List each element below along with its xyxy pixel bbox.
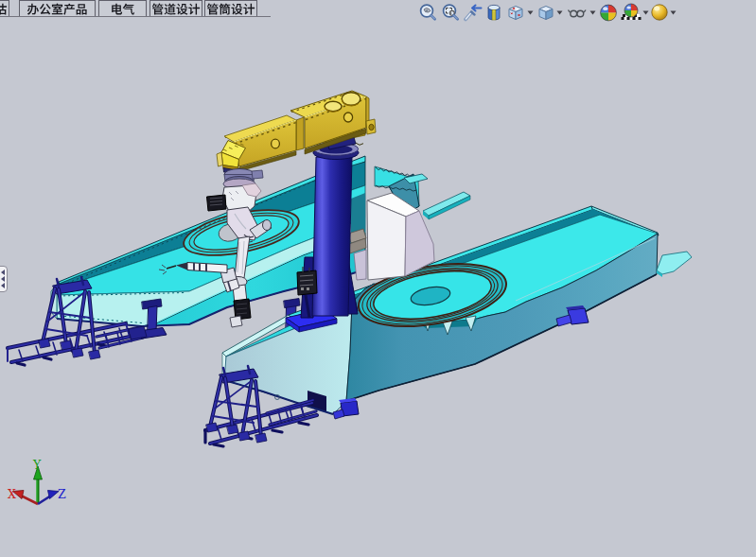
hide-show-items-dropdown-arrow[interactable] [589, 3, 597, 22]
toolbar-display-style-button[interactable] [536, 3, 564, 22]
edit-appearance-icon [599, 3, 618, 22]
zoom-to-fit-icon [418, 3, 437, 22]
triad-x-label: X [8, 487, 16, 501]
apply-scene-dropdown-arrow[interactable] [642, 3, 650, 22]
view-orientation-icon [505, 3, 526, 22]
solidworks-viewport: X Y Z [0, 0, 756, 557]
toolbar-zoom-to-fit-button[interactable] [418, 3, 437, 22]
headsup-toolbar [0, 0, 756, 25]
section-view-icon [484, 3, 503, 22]
toolbar-zoom-to-area-button[interactable] [441, 3, 460, 22]
display-style-dropdown-arrow[interactable] [555, 3, 564, 22]
zoom-to-area-icon [441, 3, 460, 22]
panel-expand-button[interactable] [0, 266, 8, 292]
triad-y-label: Y [32, 458, 42, 472]
collapse-arrow-icon [1, 270, 5, 275]
previous-view-icon [463, 3, 483, 22]
toolbar-view-settings-button[interactable] [650, 3, 677, 22]
collapse-arrow-icon [1, 276, 5, 282]
apply-scene-icon [621, 3, 642, 22]
view-settings-icon [650, 3, 669, 22]
view-settings-dropdown-arrow[interactable] [669, 3, 677, 22]
toolbar-section-view-button[interactable] [484, 3, 503, 22]
toolbar-apply-scene-button[interactable] [621, 3, 650, 22]
graphics-area[interactable]: X Y Z [0, 0, 756, 557]
triad-z-label: Z [58, 487, 66, 501]
toolbar-edit-appearance-button[interactable] [599, 3, 618, 22]
right-beam-fin [657, 252, 692, 277]
view-orientation-dropdown-arrow[interactable] [526, 3, 535, 22]
toolbar-view-orientation-button[interactable] [505, 3, 535, 22]
collapse-arrow-icon [1, 283, 5, 288]
toolbar-previous-view-button[interactable] [463, 3, 483, 22]
viewport-triad: X Y Z [8, 458, 66, 504]
display-style-icon [536, 3, 555, 22]
hide-show-items-icon [566, 3, 589, 22]
toolbar-hide-show-items-button[interactable] [566, 3, 597, 22]
